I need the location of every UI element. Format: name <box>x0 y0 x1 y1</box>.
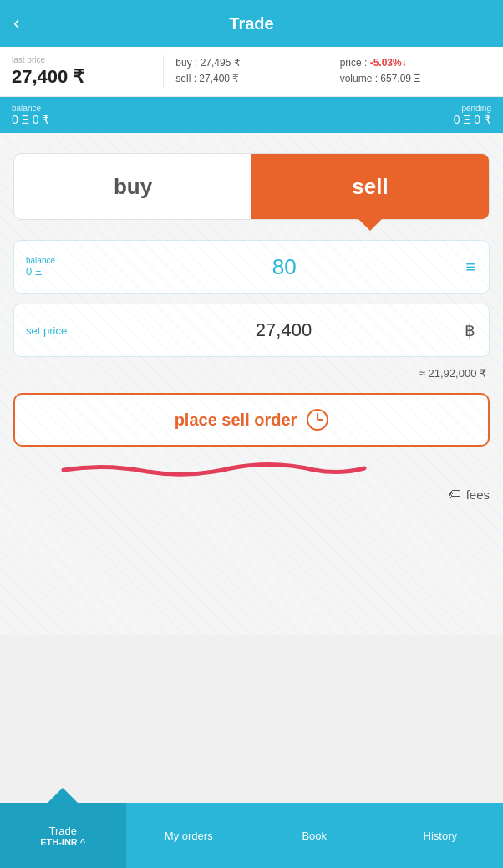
amount-menu-icon[interactable]: ≡ <box>465 258 475 277</box>
fees-tag-icon: 🏷 <box>448 487 461 502</box>
pending-value: 0 Ξ 0 ₹ <box>454 113 491 126</box>
nav-book[interactable]: Book <box>252 803 378 868</box>
price-change-value: -5.03%↓ <box>370 57 407 69</box>
nav-history[interactable]: History <box>378 803 504 868</box>
nav-trade[interactable]: Trade ETH-INR ^ <box>0 803 126 868</box>
change-vol-col: price : -5.03%↓ volume : 657.09 Ξ <box>328 55 491 88</box>
page-title: Trade <box>229 14 273 33</box>
balance-bar: balance 0 Ξ 0 ₹ pending 0 Ξ 0 ₹ <box>0 97 503 133</box>
price-bar: last price 27,400 ₹ buy : 27,495 ₹ sell … <box>0 47 503 97</box>
nav-trade-pair: ETH-INR ^ <box>40 837 85 847</box>
buy-price: buy : 27,495 ₹ <box>175 55 327 71</box>
amount-input-main: 80 ≡ <box>89 254 489 280</box>
sell-button[interactable]: sell <box>252 154 489 219</box>
buy-sell-col: buy : 27,495 ₹ sell : 27,400 ₹ <box>163 55 327 88</box>
buy-sell-toggle[interactable]: buy sell <box>13 153 490 220</box>
balance-label-value: 0 Ξ <box>26 265 77 278</box>
amount-value[interactable]: 80 <box>103 254 465 280</box>
app-header: ‹ Trade <box>0 0 503 47</box>
place-sell-order-button[interactable]: place sell order <box>13 393 490 447</box>
price-value[interactable]: 27,400 <box>103 319 465 341</box>
bottom-nav: Trade ETH-INR ^ My orders Book History <box>0 803 503 868</box>
pending-label: pending <box>461 104 491 113</box>
currency-icon: ฿ <box>465 320 475 340</box>
price-input-row[interactable]: set price 27,400 ฿ <box>13 304 490 357</box>
balance-value: 0 Ξ 0 ₹ <box>12 113 49 126</box>
price-input-label: set price <box>14 318 89 344</box>
balance-label-small: balance <box>26 256 77 265</box>
last-price-label: last price <box>12 55 163 64</box>
amount-input-row[interactable]: balance 0 Ξ 80 ≡ <box>13 240 490 294</box>
scribble-annotation <box>13 460 490 477</box>
fees-row[interactable]: 🏷 fees <box>13 487 490 502</box>
price-change-label: price : <box>340 57 368 69</box>
set-price-label: set price <box>26 324 77 337</box>
main-content: buy sell balance 0 Ξ 80 ≡ set price 27,4… <box>0 133 503 635</box>
nav-orders-label: My orders <box>165 830 213 842</box>
nav-trade-label: Trade <box>49 825 77 837</box>
nav-history-label: History <box>424 830 457 842</box>
scribble-svg <box>55 460 373 477</box>
balance-label: balance <box>12 104 49 113</box>
back-button[interactable]: ‹ <box>13 13 19 34</box>
fees-label[interactable]: fees <box>466 488 490 502</box>
sell-price: sell : 27,400 ₹ <box>175 71 327 87</box>
nav-triangle <box>48 788 78 803</box>
buy-button[interactable]: buy <box>14 154 252 219</box>
place-order-label: place sell order <box>175 411 297 430</box>
last-price-col: last price 27,400 ₹ <box>12 55 163 88</box>
balance-section: balance 0 Ξ 0 ₹ <box>12 104 49 126</box>
last-price-value: 27,400 ₹ <box>12 66 163 88</box>
balance-input-label: balance 0 Ξ <box>14 249 89 284</box>
price-input-main: 27,400 ฿ <box>89 319 489 341</box>
nav-my-orders[interactable]: My orders <box>126 803 252 868</box>
approx-value: ≈ 21,92,000 ₹ <box>13 367 490 380</box>
price-change-row: price : -5.03%↓ <box>340 55 491 71</box>
pending-section: pending 0 Ξ 0 ₹ <box>454 104 491 126</box>
volume-row: volume : 657.09 Ξ <box>340 71 491 87</box>
clock-icon <box>307 409 328 431</box>
nav-book-label: Book <box>302 830 327 842</box>
